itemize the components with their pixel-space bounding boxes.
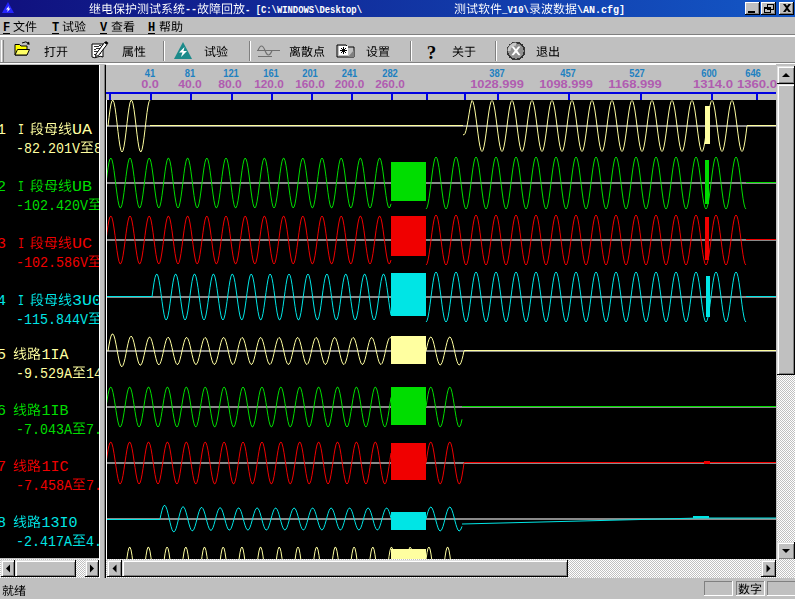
svg-text:-7.043A: -7.043A — [16, 422, 72, 439]
svg-text:I: I — [18, 122, 24, 139]
svg-text:120.0: 120.0 — [254, 78, 284, 90]
svg-text:-115.844V: -115.844V — [16, 312, 88, 329]
svg-text:13I0: 13I0 — [42, 515, 78, 532]
svg-text:7: 7 — [0, 459, 6, 476]
svg-text:- [C:\WINDOWS\Desktop\: - [C:\WINDOWS\Desktop\ — [245, 4, 362, 16]
svg-text:I: I — [18, 179, 24, 196]
svg-text:4: 4 — [0, 293, 6, 310]
svg-text:40.0: 40.0 — [178, 78, 202, 90]
svg-text:_V10\: _V10\ — [501, 4, 529, 16]
svg-text:I: I — [18, 236, 24, 253]
svg-text:1: 1 — [0, 122, 6, 139]
svg-text:5: 5 — [0, 347, 6, 364]
svg-text:-82.201V: -82.201V — [16, 141, 80, 158]
svg-text:80.0: 80.0 — [218, 78, 242, 90]
svg-text:0.0: 0.0 — [141, 78, 159, 90]
svg-text:2: 2 — [0, 179, 6, 196]
svg-text:200.0: 200.0 — [335, 78, 365, 90]
svg-text:UC: UC — [72, 236, 92, 253]
svg-text:3: 3 — [0, 236, 6, 253]
svg-text:260.0: 260.0 — [375, 78, 405, 90]
svg-text:1314.0: 1314.0 — [693, 78, 733, 90]
svg-text:3U0: 3U0 — [72, 293, 102, 310]
svg-text:-2.417A: -2.417A — [16, 534, 72, 551]
svg-text:8: 8 — [0, 515, 6, 532]
svg-text:-102.420V: -102.420V — [16, 198, 88, 215]
svg-text:1IA: 1IA — [42, 347, 69, 364]
svg-text:?: ? — [427, 42, 437, 63]
svg-text:1028.999: 1028.999 — [470, 78, 524, 90]
svg-text:UA: UA — [72, 122, 92, 139]
svg-text:1IB: 1IB — [42, 403, 69, 420]
svg-text:1098.999: 1098.999 — [539, 78, 593, 90]
svg-text:-102.586V: -102.586V — [16, 255, 88, 272]
svg-text:UB: UB — [72, 179, 92, 196]
svg-text:-7.458A: -7.458A — [16, 478, 72, 495]
svg-text:-9.529A: -9.529A — [16, 366, 72, 383]
svg-text:--: -- — [185, 3, 197, 15]
svg-text:160.0: 160.0 — [295, 78, 325, 90]
svg-text:\AN.cfg]: \AN.cfg] — [577, 4, 625, 16]
svg-text:1IC: 1IC — [42, 459, 69, 476]
svg-text:1360.0: 1360.0 — [737, 78, 777, 90]
svg-text:1168.999: 1168.999 — [608, 78, 662, 90]
svg-text:6: 6 — [0, 403, 6, 420]
svg-text:I: I — [18, 293, 24, 310]
